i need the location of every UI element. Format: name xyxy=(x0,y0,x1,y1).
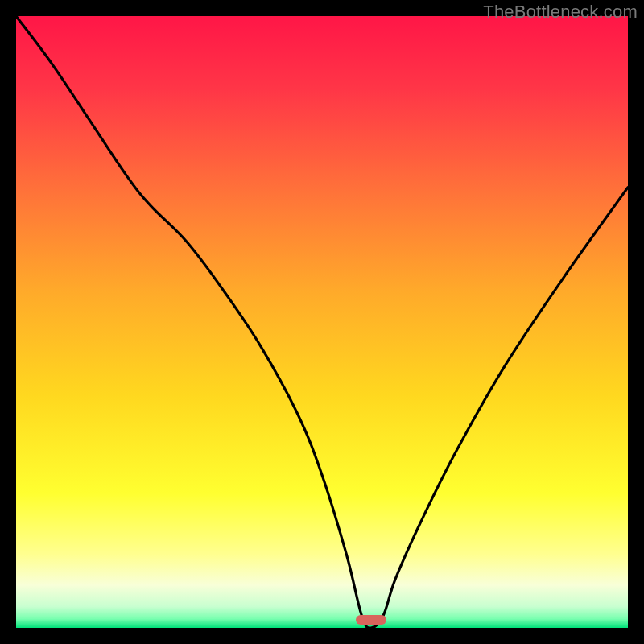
watermark-text: TheBottleneck.com xyxy=(483,2,638,23)
plot-area xyxy=(16,16,628,628)
optimum-marker xyxy=(356,615,386,625)
bottleneck-curve xyxy=(16,16,628,628)
chart-frame: TheBottleneck.com xyxy=(0,0,644,644)
